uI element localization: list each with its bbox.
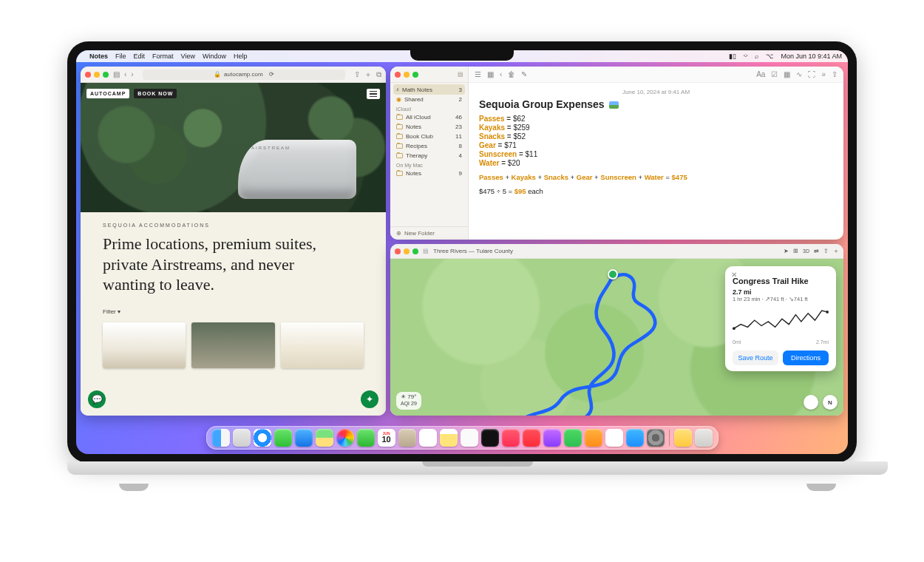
zoom-button[interactable] [412,248,418,254]
dock-numbers[interactable] [564,429,582,447]
reload-icon[interactable]: ⟳ [269,71,274,78]
3d-icon[interactable]: 3D [803,248,809,254]
dock-appstore[interactable] [626,429,644,447]
minimize-button[interactable] [404,72,410,78]
menu-format[interactable]: Format [152,53,174,60]
zoom-button[interactable] [412,72,418,78]
wifi-icon[interactable]: ⌔ [744,53,747,60]
dock-settings[interactable] [647,429,665,447]
sidebar-item-notes[interactable]: Notes23 [390,122,468,132]
format-icon[interactable]: Aa [756,70,765,78]
dock-finder[interactable] [212,429,230,447]
sidebar-item-therapy[interactable]: Therapy4 [390,151,468,160]
list-view-icon[interactable]: ☰ [475,70,481,78]
sidebar-item-onmac-notes[interactable]: Notes9 [390,169,468,178]
dock-maps[interactable] [316,429,333,447]
add-icon[interactable]: ＋ [833,247,839,255]
close-icon[interactable]: ✕ [731,271,737,279]
listing-thumb[interactable] [191,322,274,368]
dock-launchpad[interactable] [233,429,251,447]
menu-view[interactable]: View [181,53,195,60]
dock-photos[interactable] [336,429,354,447]
dock-news[interactable] [523,429,540,447]
menu-help[interactable]: Help [234,53,248,60]
listing-thumb[interactable] [281,322,364,368]
sidebar-icon[interactable]: ▤ [423,248,429,254]
minimize-button[interactable] [94,72,100,78]
delete-icon[interactable]: 🗑 [508,70,515,78]
share-icon[interactable]: ⇪ [832,70,838,78]
listing-thumb[interactable] [103,322,186,368]
dock-pages[interactable] [585,429,602,447]
address-bar[interactable]: 🔒 autocamp.com ⟳ [143,70,345,80]
binoculars-button[interactable] [804,395,818,410]
menu-window[interactable]: Window [203,53,226,60]
close-button[interactable] [395,72,401,78]
menu-edit[interactable]: Edit [134,53,146,60]
brand-badge[interactable]: AUTOCAMP [86,89,129,98]
new-tab-icon[interactable]: ＋ [364,70,372,80]
compose-icon[interactable]: ✎ [521,70,527,78]
table-icon[interactable]: ▦ [784,70,790,78]
battery-icon[interactable]: ▮▯ [729,53,736,60]
maps-title[interactable]: Three Rivers — Tulare County [433,248,513,254]
map-canvas[interactable]: ✕ Congress Trail Hike 2.7 mi 1 hr 23 min… [390,259,843,416]
dock-mail[interactable] [295,429,313,447]
checklist-icon[interactable]: ☑ [771,70,778,78]
sidebar-item-shared[interactable]: ◉Shared 2 [390,95,468,104]
search-icon[interactable]: ⌕ [755,53,758,60]
menu-file[interactable]: File [115,53,126,60]
dock-notes[interactable] [440,429,458,447]
chat-fab[interactable]: 💬 [88,390,106,408]
weather-pill[interactable]: ☀ 79° AQI 29 [396,392,421,410]
directions-button[interactable]: Directions [783,351,829,365]
dock-safari[interactable] [254,429,271,447]
back-icon[interactable]: ‹ [124,70,126,78]
dock-passwords[interactable] [605,429,623,447]
note-editor[interactable]: June 10, 2024 at 9:41 AM Sequoia Group E… [469,83,843,201]
compass-button[interactable]: N [823,395,838,410]
dock-messages[interactable] [274,429,292,447]
audio-icon[interactable]: ∿ [796,70,802,78]
dock-podcasts[interactable] [543,429,561,447]
dock-reminders[interactable] [419,429,437,447]
book-now-button[interactable]: BOOK NOW [134,89,177,98]
sidebar-item-book-club[interactable]: Book Club11 [390,132,468,141]
accessibility-fab[interactable]: ✦ [361,390,378,408]
control-center-icon[interactable]: ⌥ [766,53,773,60]
back-icon[interactable]: ‹ [500,70,502,78]
sidebar-icon[interactable]: ▤ [113,70,120,78]
sidebar-toggle-icon[interactable]: ▤ [458,71,463,78]
dock-contacts[interactable] [398,429,416,447]
dock-downloads[interactable] [674,429,692,447]
more-icon[interactable]: » [821,70,826,78]
save-route-button[interactable]: Save Route [733,351,778,365]
close-button[interactable] [395,248,401,254]
map-mode-icon[interactable]: ⊞ [793,248,798,254]
dock-tv[interactable] [481,429,499,447]
sidebar-item-all-icloud[interactable]: All iCloud46 [390,112,468,122]
sidebar-item-recipes[interactable]: Recipes8 [390,141,468,151]
sidebar-item-math-notes[interactable]: 𝑥Math Notes 3 [393,84,465,95]
route-icon[interactable]: ⇄ [814,248,819,254]
share-icon[interactable]: ⇪ [354,70,360,78]
minimize-button[interactable] [404,248,410,254]
dock-freeform[interactable] [461,429,478,447]
menubar-app[interactable]: Notes [89,53,108,60]
dock-music[interactable] [502,429,520,447]
forward-icon[interactable]: › [131,70,133,78]
media-icon[interactable]: ⛶ [808,70,815,78]
close-button[interactable] [85,72,91,78]
zoom-button[interactable] [103,72,109,78]
menubar-clock[interactable]: Mon Jun 10 9:41 AM [781,53,842,60]
location-icon[interactable]: ➤ [784,248,789,254]
tabs-icon[interactable]: ⧉ [376,70,381,79]
dock-facetime[interactable] [357,429,375,447]
new-folder-button[interactable]: ⊕ New Folder [390,226,468,240]
grid-view-icon[interactable]: ▦ [487,70,494,78]
share-icon[interactable]: ⇪ [823,248,829,254]
hamburger-icon[interactable] [367,89,380,99]
dock-calendar[interactable]: JUN10 [378,429,395,447]
filter-button[interactable]: Filter ▾ [103,308,364,315]
dock-trash[interactable] [695,429,713,447]
